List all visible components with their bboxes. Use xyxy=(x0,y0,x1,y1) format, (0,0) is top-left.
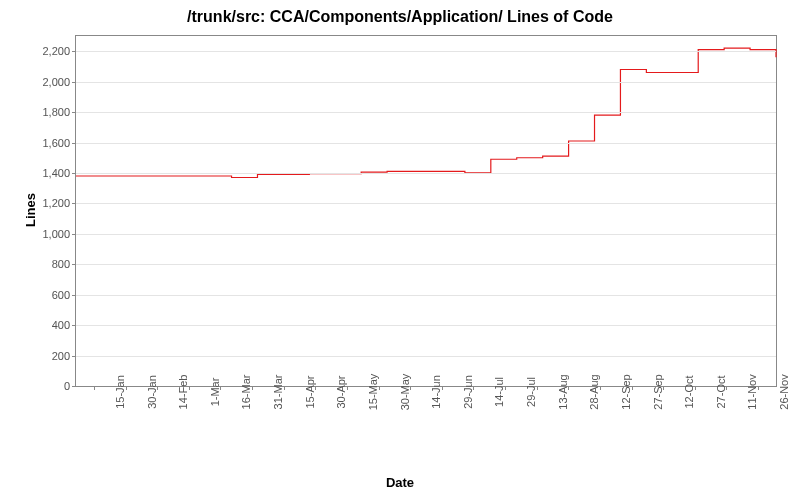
x-tick-label: 28-Aug xyxy=(568,374,600,409)
chart-title: /trunk/src: CCA/Components/Application/ … xyxy=(0,8,800,26)
x-tick-label: 29-Jun xyxy=(442,375,474,409)
x-tick-label: 30-Jan xyxy=(126,375,158,409)
x-tick-label: 16-Mar xyxy=(220,375,252,410)
x-axis-label: Date xyxy=(0,475,800,490)
loc-step-line xyxy=(76,36,776,386)
x-tick-label: 14-Jul xyxy=(473,377,505,407)
y-tick-label: 600 xyxy=(52,289,70,301)
x-tick-label: 14-Feb xyxy=(157,375,189,410)
x-tick-label: 27-Oct xyxy=(695,375,727,408)
x-tick-label: 27-Sep xyxy=(632,374,664,409)
chart-container: /trunk/src: CCA/Components/Application/ … xyxy=(0,0,800,500)
y-tick-label: 1,600 xyxy=(42,137,70,149)
y-tick-label: 400 xyxy=(52,319,70,331)
x-tick-label: 26-Nov xyxy=(758,374,790,409)
y-tick-label: 1,000 xyxy=(42,228,70,240)
x-tick-label: 30-May xyxy=(379,374,411,411)
y-tick-label: 1,400 xyxy=(42,167,70,179)
x-tick-label: 31-Mar xyxy=(252,375,284,410)
y-axis-label: Lines xyxy=(23,193,38,227)
x-tick-label: 15-Jan xyxy=(94,375,126,409)
y-tick-label: 2,000 xyxy=(42,76,70,88)
y-tick-label: 0 xyxy=(64,380,70,392)
plot-area: 02004006008001,0001,2001,4001,6001,8002,… xyxy=(75,35,777,387)
y-tick-label: 800 xyxy=(52,258,70,270)
y-tick-label: 200 xyxy=(52,350,70,362)
y-tick-label: 1,200 xyxy=(42,197,70,209)
x-tick-label: 12-Sep xyxy=(600,374,632,409)
x-tick-label: 15-May xyxy=(347,374,379,411)
x-tick-label: 11-Nov xyxy=(726,374,758,409)
x-tick-label: 29-Jul xyxy=(505,377,537,407)
y-tick-label: 2,200 xyxy=(42,45,70,57)
y-tick-label: 1,800 xyxy=(42,106,70,118)
x-tick-label: 15-Apr xyxy=(284,375,316,408)
x-tick-label: 14-Jun xyxy=(410,375,442,409)
x-tick-label: 12-Oct xyxy=(663,375,695,408)
x-tick-label: 1-Mar xyxy=(189,378,221,407)
x-tick-label: 30-Apr xyxy=(315,375,347,408)
x-tick-label: 13-Aug xyxy=(537,374,569,409)
